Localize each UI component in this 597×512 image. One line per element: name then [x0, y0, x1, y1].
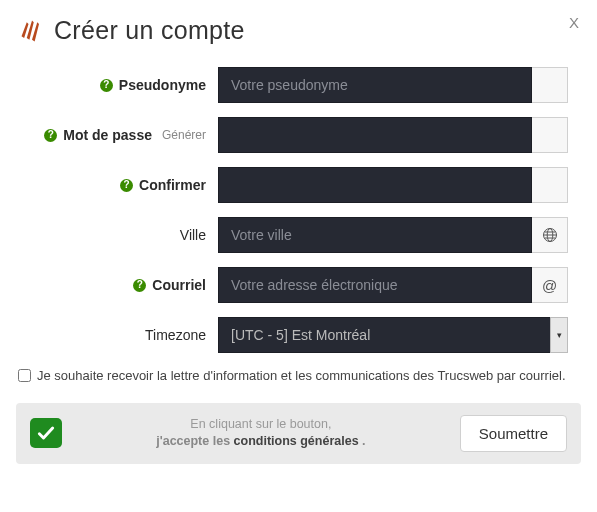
- pseudonym-addon: [532, 67, 568, 103]
- newsletter-checkbox[interactable]: [18, 369, 31, 382]
- at-sign-icon: @: [532, 267, 568, 303]
- label-confirm: Confirmer: [139, 177, 206, 193]
- password-addon: [532, 117, 568, 153]
- modal-footer: En cliquant sur le bouton, j'accepte les…: [16, 403, 581, 464]
- globe-icon: [532, 217, 568, 253]
- help-icon[interactable]: ?: [120, 179, 133, 192]
- pseudonym-input[interactable]: [218, 67, 532, 103]
- label-email: Courriel: [152, 277, 206, 293]
- row-email: ? Courriel @: [24, 267, 581, 303]
- label-timezone: Timezone: [145, 327, 206, 343]
- email-input[interactable]: [218, 267, 532, 303]
- password-input[interactable]: [218, 117, 532, 153]
- row-pseudonym: ? Pseudonyme: [24, 67, 581, 103]
- help-icon[interactable]: ?: [133, 279, 146, 292]
- modal-header: Créer un compte: [18, 16, 581, 45]
- terms-link[interactable]: conditions générales: [234, 434, 359, 448]
- row-confirm: ? Confirmer: [24, 167, 581, 203]
- terms-line1: En cliquant sur le bouton,: [78, 416, 444, 434]
- help-icon[interactable]: ?: [100, 79, 113, 92]
- city-input[interactable]: [218, 217, 532, 253]
- newsletter-row: Je souhaite recevoir la lettre d'informa…: [18, 367, 579, 385]
- app-logo-icon: [18, 17, 46, 45]
- create-account-modal: X Créer un compte ? Pseudonyme ? Mot de …: [0, 0, 597, 476]
- terms-prefix: j'accepte les: [156, 434, 233, 448]
- row-password: ? Mot de passe Générer: [24, 117, 581, 153]
- newsletter-label: Je souhaite recevoir la lettre d'informa…: [37, 367, 566, 385]
- submit-button[interactable]: Soumettre: [460, 415, 567, 452]
- modal-title: Créer un compte: [54, 16, 245, 45]
- checkmark-icon: [30, 418, 62, 448]
- row-timezone: Timezone [UTC - 5] Est Montréal ▾: [24, 317, 581, 353]
- row-city: Ville: [24, 217, 581, 253]
- help-icon[interactable]: ?: [44, 129, 57, 142]
- confirm-input[interactable]: [218, 167, 532, 203]
- terms-text: En cliquant sur le bouton, j'accepte les…: [78, 416, 444, 451]
- label-password: Mot de passe: [63, 127, 152, 143]
- close-icon[interactable]: X: [569, 14, 579, 31]
- generate-password-link[interactable]: Générer: [162, 128, 206, 142]
- signup-form: ? Pseudonyme ? Mot de passe Générer ?: [16, 67, 581, 353]
- terms-suffix: .: [362, 434, 365, 448]
- timezone-select[interactable]: [UTC - 5] Est Montréal: [218, 317, 568, 353]
- confirm-addon: [532, 167, 568, 203]
- label-city: Ville: [180, 227, 206, 243]
- label-pseudonym: Pseudonyme: [119, 77, 206, 93]
